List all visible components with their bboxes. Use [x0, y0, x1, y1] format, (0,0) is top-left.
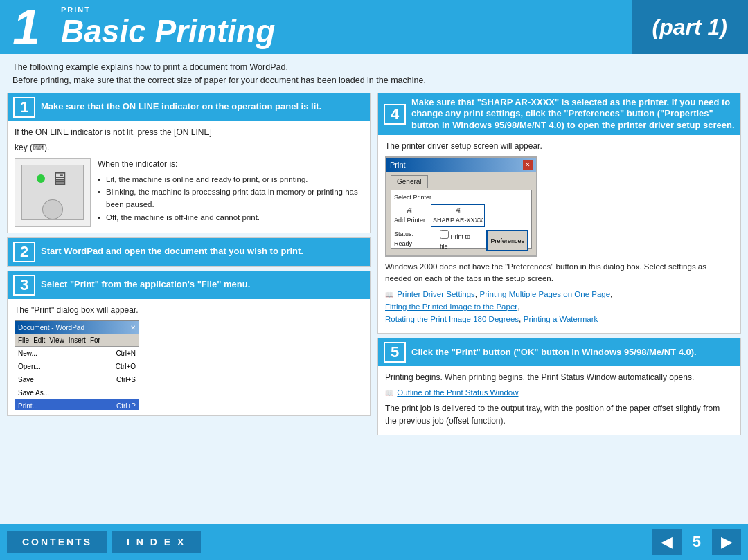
link-fitting-printed-image[interactable]: Fitting the Printed Image to the Paper [385, 302, 517, 311]
panel-circle [42, 199, 63, 219]
step-2-title: Start WordPad and open the document that… [41, 246, 303, 258]
wp-row-saveas: Save As... [15, 386, 139, 399]
step-1-body-line1: If the ON LINE indicator is not lit, pre… [15, 126, 363, 138]
pd-add-printer: 🖨 Add Printer [394, 206, 425, 225]
indicator-bullet-list: Lit, the machine is online and ready to … [98, 173, 363, 224]
pd-selected-printer: 🖨 SHARP AR-XXXX [431, 204, 485, 227]
pd-titlebar: Print ✕ [386, 158, 536, 172]
pd-tab-general: General [391, 175, 428, 188]
link-printer-driver-settings[interactable]: Printer Driver Settings [397, 290, 474, 298]
header-title-block: PRINT Basic Printing [55, 0, 632, 54]
step-3-body-line1: The "Print" dialog box will appear. [15, 304, 363, 316]
bullet-3: Off, the machine is off-line and cannot … [98, 211, 363, 224]
pd-content: Select Printer 🖨 Add Printer 🖨 SHARP AR-… [391, 190, 532, 249]
note-icon: 📖 [385, 289, 393, 300]
green-indicator-dot [37, 174, 45, 183]
step-3-header: 3 Select "Print" from the application's … [8, 271, 370, 299]
step-1-inline-image: 🖥 When the indicator is: Lit, the machin… [15, 158, 363, 227]
wp-row-open: Open...Ctrl+O [15, 360, 139, 373]
step-2-header: 2 Start WordPad and open the document th… [8, 238, 370, 266]
contents-button[interactable]: CONTENTS [7, 531, 107, 553]
wp-title: Document - WordPad [18, 323, 84, 333]
step-4-body-line2: Windows 2000 does not have the "Preferen… [385, 261, 733, 285]
wp-titlebar: Document - WordPad ✕ [15, 321, 139, 334]
wp-menu-insert: Insert [69, 335, 86, 345]
step-5-title: Click the "Print" button ("OK" button in… [411, 347, 697, 359]
step-3-body: The "Print" dialog box will appear. Docu… [8, 299, 370, 415]
add-printer-icon: 🖨 [407, 207, 413, 214]
printer-icon: 🖨 [455, 207, 461, 214]
step-5-block: 5 Click the "Print" button ("OK" button … [377, 338, 741, 435]
pd-printer-row: 🖨 Add Printer 🖨 SHARP AR-XXXX [394, 204, 528, 227]
intro-text: The following example explains how to pr… [0, 54, 748, 93]
main-content: 1 Make sure that the ON LINE indicator o… [0, 93, 748, 440]
step-4-body: The printer driver setup screen will app… [378, 135, 740, 333]
wp-close-btn[interactable]: ✕ [130, 323, 136, 333]
next-page-button[interactable]: ▶ [712, 529, 741, 555]
left-column: 1 Make sure that the ON LINE indicator o… [7, 93, 371, 440]
printer-panel-inner: 🖥 [21, 165, 84, 220]
intro-line2: Before printing, make sure that the corr… [12, 74, 736, 87]
pd-close-btn[interactable]: ✕ [523, 160, 533, 170]
pd-info-row: Status: Ready Print to file Preferences [394, 230, 528, 251]
footer-navigation: ◀ 5 ▶ [652, 529, 741, 555]
part-label: (part 1) [632, 0, 748, 54]
bullet-2: Blinking, the machine is processing prin… [98, 186, 363, 211]
step-5-body: Printing begins. When printing begins, t… [378, 366, 740, 434]
link-print-status-window[interactable]: Outline of the Print Status Window [397, 388, 518, 397]
main-title: Basic Printing [61, 14, 632, 49]
pd-title: Print [390, 159, 406, 171]
pd-preferences-btn[interactable]: Preferences [486, 230, 528, 251]
wp-menu-file: File [18, 335, 29, 345]
pd-print-to-file-checkbox[interactable] [440, 230, 449, 239]
step-1-title: Make sure that the ON LINE indicator on … [41, 101, 321, 113]
page-number: 5 [686, 533, 708, 551]
chapter-number: 1 [0, 0, 55, 54]
wp-row-save: SaveCtrl+S [15, 373, 139, 386]
prev-page-button[interactable]: ◀ [652, 529, 682, 555]
step-3-number: 3 [13, 275, 35, 296]
step-4-block: 4 Make sure that "SHARP AR-XXXX" is sele… [377, 93, 741, 334]
link-rotating-print-image[interactable]: Rotating the Print Image 180 Degrees [385, 315, 519, 323]
step-1-block: 1 Make sure that the ON LINE indicator o… [7, 93, 371, 233]
pd-body: General Select Printer 🖨 Add Printer 🖨 [386, 172, 536, 251]
link-printing-watermark[interactable]: Printing a Watermark [524, 315, 598, 323]
pd-print-to-file: Print to file [440, 230, 479, 251]
wp-menu-view: View [49, 335, 64, 345]
step-1-bullets-area: When the indicator is: Lit, the machine … [98, 158, 363, 227]
step-1-number: 1 [13, 97, 35, 118]
step-5-body-line1: Printing begins. When printing begins, t… [385, 371, 733, 383]
step-5-header: 5 Click the "Print" button ("OK" button … [378, 338, 740, 366]
indicator-label: When the indicator is: [98, 158, 363, 170]
step-1-body: If the ON LINE indicator is not lit, pre… [8, 121, 370, 233]
step-4-links: 📖 Printer Driver Settings, Printing Mult… [385, 288, 733, 326]
step-4-body-line1: The printer driver setup screen will app… [385, 140, 733, 152]
step-5-number: 5 [384, 342, 406, 363]
step-1-body-line2: key (⌨). [15, 141, 363, 154]
pd-location-row: Location: [394, 253, 528, 257]
wp-row-print: Print...Ctrl+P [15, 399, 139, 410]
link-printing-multiple-pages[interactable]: Printing Multiple Pages on One Page [480, 290, 611, 298]
wp-menu-edit: Edit [33, 335, 45, 345]
wp-menu-for: For [90, 335, 100, 345]
step-4-number: 4 [384, 104, 406, 125]
wp-row-new: New...Ctrl+N [15, 347, 139, 360]
pd-select-printer-label: Select Printer [394, 193, 528, 203]
printer-panel-image: 🖥 [15, 158, 91, 227]
wordpad-screenshot: Document - WordPad ✕ File Edit View Inse… [15, 320, 139, 410]
index-button[interactable]: I N D E X [112, 531, 201, 553]
note-icon-2: 📖 [385, 388, 393, 398]
pd-status: Status: Ready [394, 230, 433, 251]
wp-menubar: File Edit View Insert For [15, 334, 139, 347]
step-4-title: Make sure that "SHARP AR-XXXX" is select… [411, 97, 735, 132]
page-footer: CONTENTS I N D E X ◀ 5 ▶ [0, 524, 748, 560]
step-3-block: 3 Select "Print" from the application's … [7, 271, 371, 416]
bullet-1: Lit, the machine is online and ready to … [98, 173, 363, 186]
step-1-header: 1 Make sure that the ON LINE indicator o… [8, 93, 370, 121]
print-dialog-screenshot: Print ✕ General Select Printer 🖨 Add Pri… [385, 156, 537, 257]
step-5-link-row: 📖 Outline of the Print Status Window [385, 386, 733, 399]
pd-location-label: Location: [394, 253, 422, 257]
page-header: 1 PRINT Basic Printing (part 1) [0, 0, 748, 54]
monitor-icon: 🖥 [51, 165, 69, 192]
step-2-block: 2 Start WordPad and open the document th… [7, 237, 371, 267]
